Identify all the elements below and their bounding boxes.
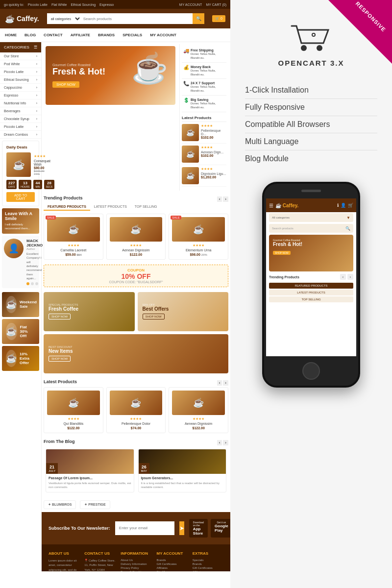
nav-specials[interactable]: SPECIALS bbox=[122, 33, 142, 37]
phone-screen: ☰ ☕ Caffey. ℹ 👤 🛒 All categories ▼ Searc… bbox=[266, 198, 356, 356]
blog-date-num-2: 26 bbox=[141, 465, 147, 469]
sidebar-item-nutritional[interactable]: Nutritional Info› bbox=[0, 99, 41, 107]
saving-text: Big SavingDonec Tellus Nulla, Blandit eu… bbox=[191, 98, 225, 110]
latest-prod-price-2: $74.00 bbox=[110, 426, 163, 430]
sidebar-item-beverages[interactable]: Beverages› bbox=[0, 107, 41, 115]
account-link[interactable]: MY ACCOUNT bbox=[179, 3, 202, 6]
nav-account[interactable]: MY ACCOUNT bbox=[150, 33, 176, 37]
sidebar-item-espresso[interactable]: Espresso› bbox=[0, 92, 41, 99]
hero-shop-now-button[interactable]: SHOP NOW bbox=[52, 81, 79, 88]
newsletter-label: Subscribe To Our Newsletter: bbox=[49, 526, 110, 531]
blog-next[interactable]: › bbox=[223, 440, 228, 445]
footer-contact: Contact Us 📍 Caffey Coffee Store. 11, Pu… bbox=[84, 551, 116, 571]
latest-name-1: Pellentesque D... bbox=[201, 129, 226, 136]
newsletter-submit[interactable]: ➤ bbox=[179, 521, 184, 535]
sidebar-item-podwhite[interactable]: Pod White› bbox=[0, 60, 41, 68]
phone-header-icons: ℹ 👤 🛒 bbox=[337, 203, 353, 208]
footer-account-affiliates[interactable]: Affiliates bbox=[157, 566, 188, 569]
phone-hero-btn: SHOP NOW bbox=[273, 251, 291, 255]
sidebar-item-dream[interactable]: Dream Combos› bbox=[0, 131, 41, 139]
footer-extras-affiliates[interactable]: Affiliates bbox=[193, 570, 223, 571]
latest-prod-img-1: ☕ bbox=[47, 391, 100, 415]
latest-prod-price-1: $122.00 bbox=[47, 426, 100, 430]
brand-logo-2[interactable]: ✦ PRESTIGE bbox=[80, 500, 110, 509]
promo-title: Weekend Sale bbox=[20, 300, 37, 309]
latest-next[interactable]: › bbox=[223, 380, 228, 386]
sidebar-item-cappuccino[interactable]: Cappuccino› bbox=[0, 84, 41, 92]
sale-badge-3: SALE bbox=[171, 216, 181, 220]
nav-blog[interactable]: BLOG bbox=[24, 33, 36, 37]
latest-prev[interactable]: ‹ bbox=[217, 380, 222, 386]
latest-product-1: ☕ ★★★★ Pellentesque D... $102.00 bbox=[182, 122, 226, 144]
nav-brands[interactable]: BRANDS bbox=[98, 33, 115, 37]
cart-button[interactable]: 🛒 0 bbox=[212, 15, 225, 22]
blog-prev[interactable]: ‹ bbox=[217, 440, 222, 445]
sidebar-item-piccolo2[interactable]: Piccolo Latte› bbox=[0, 123, 41, 131]
tab-top-selling[interactable]: TOP SELLING bbox=[131, 203, 161, 211]
dot-3[interactable] bbox=[35, 282, 38, 285]
footer-contact-addr: 11, Puffin Street, New York, NY 12364 bbox=[84, 563, 116, 571]
nav-contact[interactable]: CONTACT bbox=[44, 33, 63, 37]
footer-account-gift[interactable]: Gift Certificates bbox=[157, 563, 188, 565]
dot-2[interactable] bbox=[31, 282, 34, 285]
quick-link-3[interactable]: Ethical Sourcing bbox=[71, 3, 96, 6]
latest-product-3: ☕ ★★★★ Dignissim Ligu... $1,202.00 bbox=[182, 165, 226, 187]
blog-post-text-2: It is a long established fact that a rea… bbox=[141, 481, 224, 490]
tab-latest[interactable]: LATEST PRODUCTS bbox=[90, 203, 131, 211]
feature-blog: Blog Module bbox=[245, 150, 377, 167]
quick-link-2[interactable]: Flat White bbox=[51, 3, 67, 6]
add-to-cart-button[interactable]: ADD TO CART bbox=[6, 192, 35, 202]
footer-info-about[interactable]: About Us bbox=[121, 559, 151, 562]
phone-speaker bbox=[301, 190, 321, 192]
footer-info-terms[interactable]: Terms & Conditions bbox=[121, 570, 151, 571]
special-btn-1[interactable]: SHOP NOW bbox=[49, 314, 71, 319]
sidebar-header: CATEGORIES ☰ bbox=[0, 42, 41, 52]
trending-prev[interactable]: ‹ bbox=[217, 196, 222, 202]
sidebar-item-choc[interactable]: Chocolate Syrup› bbox=[0, 115, 41, 123]
author-section: 👤 MACK JECKNO Author Excellent Company! … bbox=[2, 236, 39, 288]
promo-extra-title: 10% Extra Offer bbox=[20, 352, 35, 365]
footer-extras-gift[interactable]: Gift Certificates bbox=[193, 566, 223, 569]
coupon-discount: 10% OFF bbox=[47, 272, 225, 280]
special-btn-3[interactable]: SHOP NOW bbox=[49, 356, 71, 362]
main-nav: HOME BLOG CONTACT AFFILIATE BRANDS SPECI… bbox=[0, 28, 230, 42]
footer-info-privacy[interactable]: Privacy Policy bbox=[121, 566, 151, 569]
latest-stars-3: ★★★★ bbox=[201, 167, 226, 171]
cart-link[interactable]: MY CART (0) bbox=[206, 3, 226, 6]
app-store-button[interactable]: Download on the App Store bbox=[189, 519, 208, 538]
special-new-items: Best Discount New Items SHOP NOW bbox=[44, 334, 228, 373]
sidebar-item-ethical[interactable]: Ethical Sourcing› bbox=[0, 76, 41, 84]
footer-extras-specials[interactable]: Specials bbox=[193, 559, 223, 562]
trending-next[interactable]: › bbox=[223, 196, 228, 202]
dot-1[interactable] bbox=[26, 282, 29, 285]
website-preview: go quickly to: Piccolo Latte Flat White … bbox=[0, 0, 230, 588]
footer-extras-brands[interactable]: Brands bbox=[193, 563, 223, 565]
special-btn-2[interactable]: SHOP NOW bbox=[143, 314, 165, 319]
brand-logo-1[interactable]: ✦ BLUMBROS bbox=[44, 500, 76, 509]
quick-link-4[interactable]: Espresso bbox=[99, 3, 114, 6]
footer-extras: Extras Specials Brands Gift Certificates… bbox=[193, 551, 223, 571]
quick-link-1[interactable]: Piccolo Latte bbox=[28, 3, 48, 6]
footer-info-delivery[interactable]: Delivery Information bbox=[121, 563, 151, 565]
search-button[interactable]: 🔍 bbox=[193, 13, 204, 24]
newsletter-input[interactable] bbox=[115, 521, 174, 535]
google-play-button[interactable]: Get it on Google Play bbox=[211, 519, 230, 538]
phone-prev-arrow: ‹ bbox=[340, 274, 346, 280]
nav-affiliate[interactable]: AFFILIATE bbox=[71, 33, 90, 37]
sidebar-item-ourstore[interactable]: Our Store› bbox=[0, 52, 41, 60]
footer-account-sitemap[interactable]: Site Map bbox=[157, 570, 188, 571]
tab-featured[interactable]: FEATURED PRODUCTS bbox=[44, 203, 90, 211]
category-select[interactable]: all categories bbox=[47, 13, 81, 24]
deal-product-img: ☕ bbox=[6, 152, 31, 177]
product-name-2: Aenean Dignissim bbox=[110, 248, 163, 252]
features-list: 1-Click Installation Fully Responsive Co… bbox=[230, 77, 392, 172]
site-logo[interactable]: ☕ Caffey. bbox=[5, 14, 39, 24]
product-card-wrap-3: SALE ☕ ★★★★ Elementum Urna $98.00 20% bbox=[169, 214, 228, 260]
blog-nav: ‹ › bbox=[217, 440, 228, 445]
footer-account-brands[interactable]: Brands bbox=[157, 559, 188, 562]
countdown-hours: 13 HOURS bbox=[19, 180, 31, 189]
sidebar-item-piccolo[interactable]: Piccolo Latte› bbox=[0, 68, 41, 76]
nav-home[interactable]: HOME bbox=[5, 33, 17, 37]
footer-info-title: Information bbox=[121, 551, 151, 556]
search-input[interactable] bbox=[81, 13, 193, 24]
